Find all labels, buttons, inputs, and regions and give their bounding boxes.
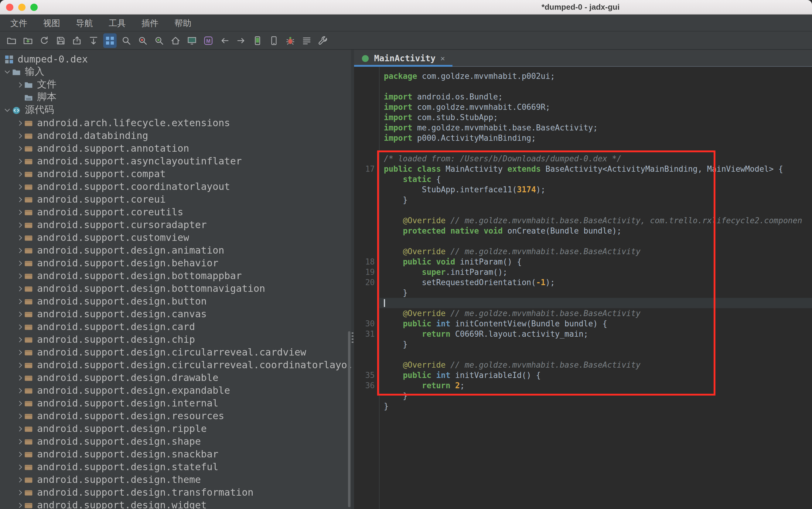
tree-node[interactable]: android.support.design.widget <box>0 499 351 509</box>
back-button[interactable] <box>218 33 231 48</box>
chevron-right-icon[interactable] <box>14 499 24 509</box>
minimize-window-button[interactable] <box>18 4 26 11</box>
chevron-right-icon[interactable] <box>14 308 24 320</box>
chevron-right-icon[interactable] <box>14 384 24 397</box>
tree-node[interactable]: android.support.design.animation <box>0 244 351 257</box>
tree-node[interactable]: android.support.design.drawable <box>0 371 351 384</box>
tree-node[interactable]: android.support.design.chip <box>0 333 351 346</box>
chevron-right-icon[interactable] <box>14 346 24 359</box>
log-viewer-button[interactable] <box>300 33 313 48</box>
tree-scrollbar-thumb[interactable] <box>348 331 350 507</box>
chevron-right-icon[interactable] <box>14 435 24 448</box>
chevron-right-icon[interactable] <box>14 231 24 244</box>
chevron-right-icon[interactable] <box>14 142 24 155</box>
tree-node[interactable]: dumped-0.dex <box>0 53 351 66</box>
chevron-right-icon[interactable] <box>14 359 24 371</box>
tree-node[interactable]: android.support.design.internal <box>0 397 351 409</box>
flat-packages-button[interactable] <box>103 33 117 48</box>
tree-node[interactable]: android.support.design.card <box>0 320 351 333</box>
chevron-right-icon[interactable] <box>14 282 24 295</box>
tree-node[interactable]: android.support.design.behavior <box>0 257 351 269</box>
tree-node[interactable]: android.support.compat <box>0 167 351 180</box>
chevron-right-icon[interactable] <box>14 473 24 486</box>
tree-node[interactable]: android.support.cursoradapter <box>0 218 351 231</box>
menu-item[interactable]: 导航 <box>68 14 101 32</box>
tab-mainactivity[interactable]: MainActivity × <box>354 50 452 67</box>
chevron-right-icon[interactable] <box>14 167 24 180</box>
search-class-button[interactable] <box>136 33 149 48</box>
tree-node[interactable]: android.support.design.snackbar <box>0 448 351 461</box>
project-tree[interactable]: dumped-0.dex输入文件脚本源代码android.arch.lifecy… <box>0 50 351 509</box>
memory-badge-button[interactable]: M <box>201 33 215 48</box>
tree-node[interactable]: 源代码 <box>0 104 351 116</box>
tree-node[interactable]: android.support.design.bottomappbar <box>0 269 351 282</box>
menu-item[interactable]: 插件 <box>134 14 166 32</box>
tree-node[interactable]: android.support.asynclayoutinflater <box>0 155 351 167</box>
preferences-button[interactable] <box>316 33 330 48</box>
chevron-right-icon[interactable] <box>14 269 24 282</box>
chevron-right-icon[interactable] <box>14 155 24 167</box>
tree-node[interactable]: android.support.design.circularreveal.co… <box>0 359 351 371</box>
menu-item[interactable]: 视图 <box>35 14 68 32</box>
chevron-right-icon[interactable] <box>14 244 24 257</box>
chevron-down-icon[interactable] <box>2 66 12 78</box>
tree-node[interactable]: 文件 <box>0 78 351 91</box>
tree-node[interactable]: 输入 <box>0 66 351 78</box>
tree-node[interactable]: android.support.coordinatorlayout <box>0 180 351 193</box>
splitter-handle[interactable] <box>351 50 354 509</box>
chevron-down-icon[interactable] <box>2 104 12 116</box>
chevron-right-icon[interactable] <box>14 320 24 333</box>
adb-button[interactable] <box>267 33 281 48</box>
tree-node[interactable]: 脚本 <box>0 91 351 104</box>
tree-node[interactable]: android.support.coreui <box>0 193 351 206</box>
tree-node[interactable]: android.databinding <box>0 129 351 142</box>
add-files-button[interactable] <box>21 33 35 48</box>
tree-node[interactable]: android.arch.lifecycle.extensions <box>0 116 351 129</box>
tree-node[interactable]: android.support.design.transformation <box>0 486 351 499</box>
chevron-right-icon[interactable] <box>14 409 24 422</box>
chevron-right-icon[interactable] <box>14 129 24 142</box>
save-all-button[interactable] <box>54 33 67 48</box>
device-button[interactable] <box>251 33 264 48</box>
logcat-button[interactable] <box>185 33 198 48</box>
chevron-right-icon[interactable] <box>14 461 24 473</box>
tree-node[interactable]: android.support.customview <box>0 231 351 244</box>
tree-node[interactable]: android.support.design.shape <box>0 435 351 448</box>
menu-item[interactable]: 帮助 <box>166 14 199 32</box>
chevron-right-icon[interactable] <box>14 371 24 384</box>
tree-node[interactable]: android.support.design.resources <box>0 409 351 422</box>
main-activity-button[interactable] <box>169 33 182 48</box>
menu-item[interactable]: 工具 <box>101 14 134 32</box>
tree-node[interactable]: android.support.annotation <box>0 142 351 155</box>
search-comment-button[interactable] <box>152 33 166 48</box>
reload-button[interactable] <box>38 33 51 48</box>
tab-close-icon[interactable]: × <box>440 54 445 63</box>
chevron-right-icon[interactable] <box>14 78 24 91</box>
chevron-right-icon[interactable] <box>14 180 24 193</box>
chevron-right-icon[interactable] <box>14 333 24 346</box>
tree-node[interactable]: android.support.design.canvas <box>0 308 351 320</box>
chevron-right-icon[interactable] <box>14 397 24 409</box>
chevron-right-icon[interactable] <box>14 206 24 218</box>
tree-node[interactable]: android.support.design.circularreveal.ca… <box>0 346 351 359</box>
open-file-button[interactable] <box>5 33 18 48</box>
zoom-window-button[interactable] <box>30 4 38 11</box>
tree-node[interactable]: android.support.design.button <box>0 295 351 308</box>
chevron-right-icon[interactable] <box>14 193 24 206</box>
chevron-right-icon[interactable] <box>14 422 24 435</box>
chevron-right-icon[interactable] <box>14 486 24 499</box>
forward-button[interactable] <box>235 33 248 48</box>
chevron-right-icon[interactable] <box>14 116 24 129</box>
chevron-right-icon[interactable] <box>14 218 24 231</box>
chevron-right-icon[interactable] <box>14 448 24 461</box>
chevron-right-icon[interactable] <box>14 257 24 269</box>
tree-node[interactable]: android.support.design.theme <box>0 473 351 486</box>
code-editor[interactable]: package com.goldze.mvvmhabit.p002ui;impo… <box>380 67 812 509</box>
menu-item[interactable]: 文件 <box>2 14 35 32</box>
tree-node[interactable]: android.support.coreutils <box>0 206 351 218</box>
tree-node[interactable]: android.support.design.ripple <box>0 422 351 435</box>
debug-button[interactable] <box>284 33 297 48</box>
export-button[interactable] <box>70 33 84 48</box>
tree-node[interactable]: android.support.design.stateful <box>0 461 351 473</box>
tree-node[interactable]: android.support.design.bottomnavigation <box>0 282 351 295</box>
